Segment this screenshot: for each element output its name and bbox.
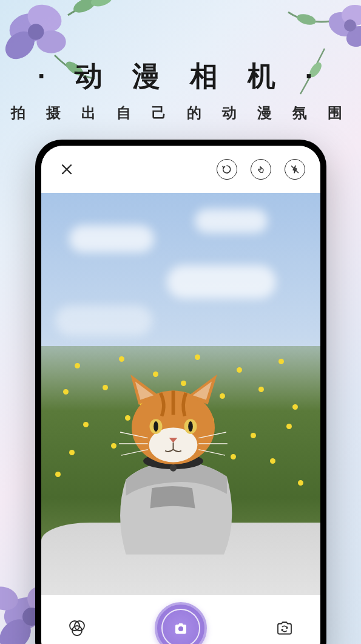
close-button[interactable]	[55, 157, 79, 181]
timer-button[interactable]	[215, 157, 239, 181]
flash-off-icon	[285, 159, 305, 180]
svg-point-33	[188, 421, 193, 432]
svg-point-6	[90, 0, 113, 8]
viewfinder-subject-cat	[86, 362, 258, 563]
flash-button[interactable]	[283, 157, 307, 181]
svg-point-16	[0, 613, 37, 644]
timer-icon	[217, 159, 237, 180]
camera-topbar	[41, 146, 320, 193]
svg-point-0	[6, 10, 50, 48]
close-icon	[59, 162, 74, 177]
touch-shutter-button[interactable]	[249, 157, 273, 181]
filter-button[interactable]	[63, 614, 91, 642]
svg-point-4	[28, 24, 44, 39]
promo-title: · 动 漫 相 机 ·	[0, 58, 361, 95]
touch-icon	[251, 159, 271, 180]
switch-camera-icon	[274, 617, 295, 639]
svg-point-5	[71, 0, 98, 16]
svg-point-10	[342, 5, 361, 25]
svg-point-9	[325, 8, 361, 41]
camera-bottombar	[41, 595, 320, 644]
svg-point-11	[343, 22, 361, 51]
shutter-inner	[161, 609, 200, 644]
svg-point-27	[170, 464, 177, 471]
svg-point-31	[154, 421, 158, 432]
camera-icon	[173, 620, 189, 636]
svg-point-18	[0, 583, 21, 614]
svg-point-1	[24, 0, 66, 37]
shutter-button[interactable]	[155, 602, 207, 644]
promo-subtitle: 拍 摄 出 自 己 的 动 漫 氛 围	[0, 103, 361, 123]
phone-screen	[41, 146, 320, 644]
phone-mockup	[35, 140, 326, 644]
camera-viewfinder[interactable]	[41, 193, 320, 595]
svg-point-8	[295, 12, 317, 27]
svg-point-12	[344, 19, 356, 32]
svg-point-3	[36, 30, 66, 53]
filter-icon	[66, 617, 88, 639]
svg-point-37	[178, 626, 183, 631]
switch-camera-button[interactable]	[271, 614, 299, 642]
